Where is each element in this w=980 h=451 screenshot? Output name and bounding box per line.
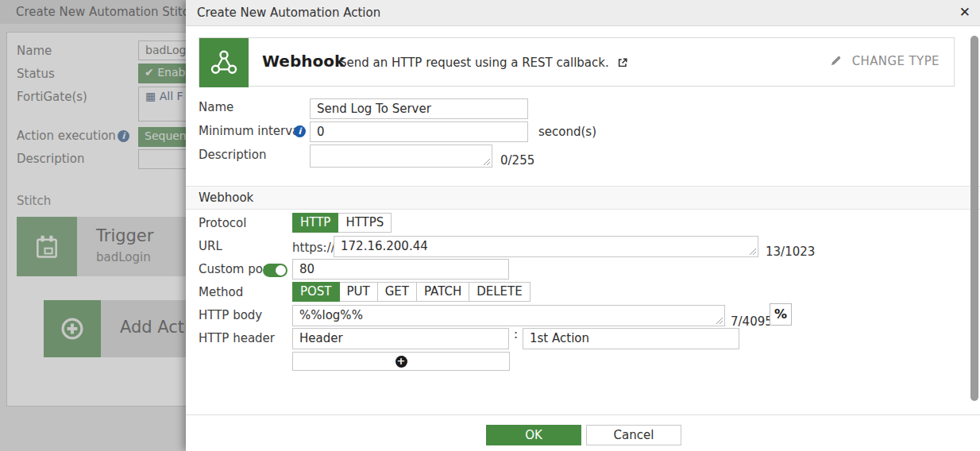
method-option-delete[interactable]: DELETE xyxy=(469,282,531,302)
method-option-patch[interactable]: PATCH xyxy=(417,282,469,302)
minimum-interval-label: Minimum interval xyxy=(199,124,303,138)
name-input[interactable]: Send Log To Server xyxy=(310,98,528,119)
close-icon[interactable]: ✕ xyxy=(959,4,970,20)
method-option-post[interactable]: POST xyxy=(292,282,340,302)
add-header-button[interactable]: + xyxy=(292,352,510,371)
header-key-input[interactable]: Header xyxy=(292,328,509,349)
description-counter: 0/255 xyxy=(500,153,534,168)
dialog-scrollbar[interactable] xyxy=(970,36,978,401)
change-type-button[interactable]: CHANGE TYPE xyxy=(830,54,939,68)
insert-variable-button[interactable]: % xyxy=(770,303,792,326)
custom-port-input[interactable]: 80 xyxy=(292,259,509,279)
action-type-title: Webhook xyxy=(262,52,345,71)
minimum-interval-input[interactable]: 0 xyxy=(310,121,528,142)
description-label: Description xyxy=(199,148,266,162)
method-option-put[interactable]: PUT xyxy=(340,282,378,302)
webhook-icon xyxy=(199,38,249,87)
create-automation-action-dialog: Create New Automation Action ✕ Webhook S… xyxy=(186,0,980,451)
protocol-option-https[interactable]: HTTPS xyxy=(338,213,392,233)
protocol-label: Protocol xyxy=(199,216,246,230)
toggle-knob xyxy=(276,265,286,276)
http-body-textarea[interactable]: %%log%% xyxy=(292,305,725,326)
webhook-section-header: Webhook xyxy=(186,186,980,210)
dialog-footer: OK Cancel xyxy=(186,414,980,451)
http-body-label: HTTP body xyxy=(199,308,262,322)
http-header-label: HTTP header xyxy=(199,331,275,345)
custom-port-toggle[interactable] xyxy=(263,264,287,277)
resize-handle-icon[interactable] xyxy=(749,248,757,256)
info-icon: i xyxy=(294,125,306,137)
ok-button[interactable]: OK xyxy=(486,425,581,445)
external-link-icon xyxy=(617,57,628,68)
description-textarea[interactable] xyxy=(310,145,492,168)
header-value-input[interactable]: 1st Action xyxy=(523,328,739,349)
method-option-get[interactable]: GET xyxy=(378,282,417,302)
action-type-description: Send an HTTP request using a REST callba… xyxy=(339,56,628,70)
method-label: Method xyxy=(199,285,243,299)
custom-port-label: Custom port xyxy=(199,262,272,276)
url-label: URL xyxy=(199,239,222,253)
dialog-title: Create New Automation Action xyxy=(197,6,380,20)
method-segmented-control: POST PUT GET PATCH DELETE xyxy=(292,282,531,302)
name-label: Name xyxy=(199,100,233,114)
protocol-segmented-control: HTTP HTTPS xyxy=(292,213,392,233)
url-counter: 13/1023 xyxy=(766,245,815,259)
seconds-suffix: second(s) xyxy=(538,125,596,139)
resize-handle-icon[interactable] xyxy=(483,158,491,166)
protocol-option-http[interactable]: HTTP xyxy=(292,213,338,233)
dialog-titlebar: Create New Automation Action ✕ xyxy=(186,0,980,26)
url-prefix: https:// xyxy=(292,241,335,255)
resize-handle-icon[interactable] xyxy=(716,317,723,325)
url-input[interactable]: 172.16.200.44 xyxy=(334,236,758,257)
http-body-counter: 7/4095 xyxy=(731,314,773,329)
pencil-icon xyxy=(830,55,842,67)
header-separator: : xyxy=(514,327,518,341)
action-type-card: Webhook Send an HTTP request using a RES… xyxy=(199,37,955,87)
cancel-button[interactable]: Cancel xyxy=(586,425,681,445)
plus-icon: + xyxy=(395,356,407,368)
webhook-section-label: Webhook xyxy=(199,191,253,205)
